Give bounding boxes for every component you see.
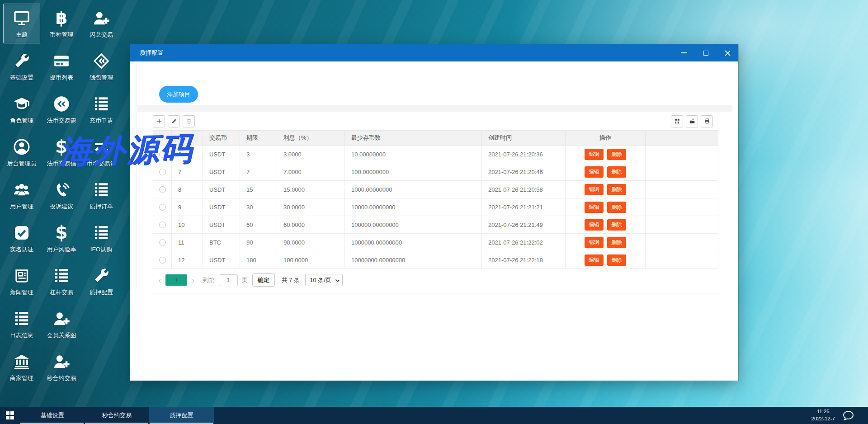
delete-button[interactable]: 删除 [607,166,626,178]
minimize-button[interactable] [673,44,695,61]
edit-button[interactable]: 编辑 [585,219,604,231]
delete-button[interactable]: 删除 [607,184,626,195]
delete-row-button[interactable] [183,115,195,127]
desktop-icon[interactable]: 商家管理 [3,347,40,387]
maximize-icon [703,51,708,56]
clock-time: 11:25 [811,408,835,415]
row-radio[interactable] [159,221,166,228]
desktop-icon[interactable]: 基础设置 [3,47,40,86]
taskbar-item[interactable]: 质押配置 [149,407,214,424]
table-row: 12USDT180100.000010000000.000000002021-0… [153,251,718,269]
desktop-icon[interactable]: 质押订单 [83,175,120,215]
export-icon [689,118,695,124]
desktop-icon[interactable]: 角色管理 [3,90,40,129]
toggle-columns-button[interactable] [671,115,683,127]
desktop-icon[interactable]: 主题 [3,4,40,43]
delete-button[interactable]: 删除 [607,254,626,266]
current-page-button[interactable]: 1 [165,274,187,286]
desktop-icon[interactable]: 法币交易需 [43,90,80,129]
desktop-icon[interactable]: 新闻管理 [3,261,40,301]
cell-actions: 编辑删除 [566,216,646,234]
desktop-icon[interactable]: IEO认购 [83,218,120,258]
pledge-table: id交易币期限利息（%）最少存币数创建时间操作 6USDT33.000010.0… [153,130,718,269]
content-left-divider [137,63,137,289]
row-radio[interactable] [159,186,166,193]
cell-id: 6 [172,146,203,163]
row-radio[interactable] [159,204,166,211]
cell-interest: 100.0000 [277,251,345,269]
taskbar-clock[interactable]: 11:25 2022-12-7 [811,408,835,422]
desktop-icon[interactable]: 提币列表 [43,47,80,86]
desktop-icon[interactable]: 闪兑交易 [83,4,120,43]
desktop-icon-label: 新闻管理 [10,288,33,297]
desktop-icon[interactable]: $法币交易信 [43,132,80,172]
edit-button[interactable]: 编辑 [585,166,604,178]
desktop-icon[interactable]: 杠杆交易 [43,261,80,301]
delete-button[interactable]: 删除 [607,237,626,248]
desktop-icon[interactable]: 质押配置 [83,261,120,301]
column-header: 期限 [240,131,277,146]
window-titlebar[interactable]: 质押配置 [130,44,738,61]
delete-button[interactable]: 删除 [607,149,626,160]
desktop-icon[interactable]: 实名认证 [3,218,40,258]
edit-button[interactable]: 编辑 [585,254,604,266]
cell-created: 2021-07-26 21:20:46 [482,163,566,181]
plus-icon [156,118,162,124]
row-radio[interactable] [159,169,166,175]
edit-button[interactable]: 编辑 [585,184,604,195]
prev-page-arrow[interactable]: ‹ [156,276,164,284]
desktop-icon[interactable]: 后台管理员 [3,132,40,172]
taskbar-item[interactable]: 秒合约交易 [85,407,149,424]
desktop-icon[interactable]: 秒合约交易 [43,347,80,387]
edit-button[interactable]: 编辑 [585,202,604,213]
start-button[interactable] [0,407,20,424]
desktop-icon[interactable]: 会员关系图 [43,304,80,344]
desktop-icon[interactable]: 充币申请 [83,90,120,129]
row-radio[interactable] [159,151,166,158]
desktop-icon[interactable]: 日志信息 [3,304,40,344]
delete-button[interactable]: 删除 [607,202,626,213]
desktop-icon[interactable]: ฿币种管理 [43,4,80,43]
window-title: 质押配置 [130,49,163,57]
cell-empty [646,234,718,251]
add-project-button[interactable]: 添加项目 [159,86,198,103]
dollar-icon: $ [52,137,71,156]
add-row-button[interactable] [153,115,165,127]
desktop-icon[interactable]: $用户风险率 [43,218,80,258]
row-radio[interactable] [159,257,166,264]
taskbar-item[interactable]: 基础设置 [20,407,85,424]
desktop-icon[interactable]: 用户管理 [3,175,40,215]
desktop: 主题฿币种管理闪兑交易基础设置提币列表钱包管理角色管理法币交易需充币申请后台管理… [0,0,868,424]
cell-period: 15 [240,181,277,198]
pencil-icon [171,118,177,124]
row-radio[interactable] [159,239,166,246]
edit-button[interactable]: 编辑 [585,149,604,160]
taskbar: 基础设置秒合约交易质押配置 11:25 2022-12-7 [0,407,868,424]
cell-actions: 编辑删除 [566,198,646,216]
goto-confirm-button[interactable]: 确定 [252,273,275,287]
notifications-button[interactable] [842,410,854,421]
toolbar-right-group [671,115,713,127]
cell-created: 2021-07-26 21:22:18 [482,251,566,269]
edit-row-button[interactable] [168,115,180,127]
user-plus-icon [52,309,71,328]
desktop-icon[interactable]: 币币交易记 [83,132,120,172]
next-page-arrow[interactable]: › [189,276,197,284]
export-button[interactable] [686,115,698,127]
desktop-icon[interactable]: 钱包管理 [83,47,120,86]
column-header: 利息（%） [277,131,345,146]
cell-period: 30 [240,198,277,216]
page-size-select[interactable]: 10 条/页 [305,274,343,286]
cell-id: 9 [172,198,203,216]
cell-interest: 90.0000 [277,234,345,251]
cell-min-deposit: 10000000.00000000 [345,251,482,269]
delete-button[interactable]: 删除 [607,219,626,231]
print-button[interactable] [701,115,713,127]
desktop-icon-label: 闪兑交易 [90,31,113,39]
goto-page-input[interactable] [219,274,238,286]
close-button[interactable] [717,44,738,61]
edit-button[interactable]: 编辑 [585,237,604,248]
desktop-icon[interactable]: 投诉建议 [43,175,80,215]
maximize-button[interactable] [695,44,717,61]
taskbar-item-label: 秒合约交易 [102,411,132,419]
